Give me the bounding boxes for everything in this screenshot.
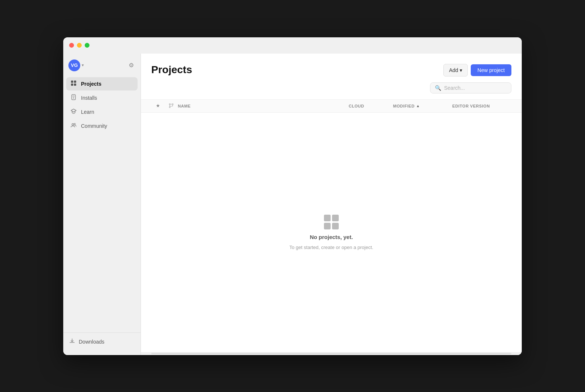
sort-arrow-icon: ▲: [416, 104, 420, 108]
sidebar-label-projects: Projects: [81, 81, 101, 87]
svg-point-8: [74, 123, 75, 125]
svg-point-11: [169, 106, 170, 108]
header-buttons: Add ▾ New project: [443, 64, 511, 76]
empty-state: No projects, yet. To get started, create…: [141, 113, 522, 352]
search-input[interactable]: [444, 85, 507, 91]
add-chevron-icon: ▾: [460, 67, 462, 73]
sidebar-bottom: Downloads: [63, 333, 141, 352]
sidebar-label-community: Community: [81, 123, 107, 129]
user-chevron-icon: ▾: [82, 63, 84, 68]
svg-rect-2: [71, 83, 73, 86]
empty-title: No projects, yet.: [310, 234, 353, 240]
search-input-wrap: 🔍: [430, 82, 511, 93]
search-container: 🔍: [430, 82, 511, 93]
th-star[interactable]: ★: [151, 103, 165, 108]
downloads-label: Downloads: [79, 339, 104, 345]
svg-point-5: [73, 97, 74, 98]
nav-items: Projects Installs: [63, 77, 141, 333]
sidebar-item-community[interactable]: Community: [66, 119, 138, 133]
user-area[interactable]: VG ▾: [68, 59, 84, 71]
titlebar: [63, 37, 522, 54]
svg-rect-4: [72, 95, 75, 100]
empty-subtitle: To get started, create or open a project…: [290, 245, 373, 250]
minimize-button[interactable]: [77, 43, 82, 48]
main-content: Projects Add ▾ New project 🔍: [141, 54, 522, 355]
svg-point-7: [72, 123, 74, 125]
new-project-button[interactable]: New project: [471, 64, 511, 76]
avatar: VG: [68, 59, 80, 71]
header-actions: Add ▾ New project 🔍: [430, 64, 511, 93]
page-title: Projects: [151, 64, 192, 76]
sidebar-item-installs[interactable]: Installs: [66, 91, 138, 105]
icon-square-4: [332, 223, 339, 229]
settings-button[interactable]: ⚙: [127, 60, 135, 70]
sidebar-top: VG ▾ ⚙: [63, 57, 141, 77]
th-modified[interactable]: MODIFIED ▲: [393, 104, 452, 108]
star-icon: ★: [156, 103, 160, 108]
svg-rect-0: [71, 81, 73, 83]
add-button[interactable]: Add ▾: [443, 64, 468, 76]
sidebar-label-learn: Learn: [81, 109, 94, 115]
svg-rect-3: [74, 83, 76, 86]
th-cloud[interactable]: CLOUD: [349, 104, 393, 108]
search-icon: 🔍: [435, 85, 441, 91]
sidebar-label-installs: Installs: [81, 95, 97, 101]
add-button-label: Add: [449, 67, 458, 73]
downloads-item[interactable]: Downloads: [68, 336, 135, 348]
community-icon: [70, 122, 77, 130]
sidebar: VG ▾ ⚙ Projects: [63, 54, 141, 355]
close-button[interactable]: [69, 43, 74, 48]
learn-icon: [70, 108, 77, 116]
table-header: ★ NAME CLOUD MODIFIED: [141, 99, 522, 113]
downloads-icon: [69, 338, 75, 345]
maximize-button[interactable]: [85, 43, 89, 48]
sidebar-item-learn[interactable]: Learn: [66, 105, 138, 119]
icon-square-1: [324, 215, 331, 221]
th-branch[interactable]: [165, 103, 178, 109]
sidebar-item-projects[interactable]: Projects: [66, 77, 138, 91]
icon-square-3: [324, 223, 331, 229]
th-name[interactable]: NAME: [178, 104, 349, 108]
app-window: VG ▾ ⚙ Projects: [63, 37, 522, 355]
content-header: Projects Add ▾ New project 🔍: [141, 54, 522, 99]
icon-square-2: [332, 215, 339, 221]
traffic-lights: [69, 43, 89, 48]
projects-icon: [70, 80, 77, 88]
branch-icon: [169, 105, 174, 109]
installs-icon: [70, 94, 77, 102]
scrollbar-area: [141, 352, 522, 355]
th-editor: EDITOR VERSION: [452, 104, 511, 108]
main-layout: VG ▾ ⚙ Projects: [63, 54, 522, 355]
scrollbar-track[interactable]: [151, 353, 511, 354]
empty-projects-icon: [324, 215, 339, 229]
svg-rect-1: [74, 81, 76, 83]
